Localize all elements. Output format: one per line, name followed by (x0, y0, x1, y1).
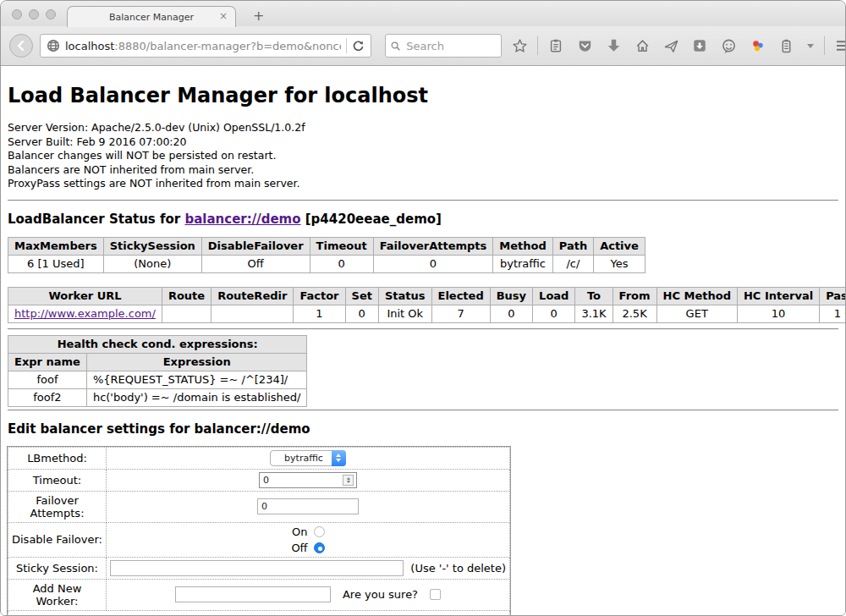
failover-attempts-input[interactable] (257, 498, 359, 514)
add-worker-input[interactable] (175, 586, 331, 602)
cell-busy: 0 (490, 305, 532, 322)
video-download-button[interactable] (689, 35, 711, 57)
minimize-window-button[interactable] (29, 9, 39, 19)
tab-balancer-manager[interactable]: Balancer Manager × (67, 6, 236, 27)
sticky-session-note: (Use '-' to delete) (410, 562, 506, 575)
select-stepper-icon (332, 450, 346, 466)
zoom-window-button[interactable] (46, 9, 56, 19)
cell-to: 3.1K (575, 305, 613, 322)
new-tab-button[interactable]: + (246, 6, 271, 25)
url-text: localhost:8880/balancer-manager?b=demo&n… (65, 40, 341, 52)
failover-attempts-label: Failover Attempts: (8, 491, 107, 522)
search-bar[interactable] (385, 34, 502, 58)
home-button[interactable] (631, 35, 653, 57)
server-info: Server Version: Apache/2.5.0-dev (Unix) … (8, 121, 838, 191)
browser-window: Balancer Manager × + localhost:8880/bala… (0, 0, 846, 616)
radio-off-label: Off (291, 542, 307, 554)
sticky-session-input[interactable] (110, 560, 404, 576)
star-icon (512, 38, 528, 54)
url-bar[interactable]: localhost:8880/balancer-manager?b=demo&n… (40, 34, 371, 58)
col-to: To (575, 287, 613, 305)
form-row-add-worker: Add New Worker: Are you sure? (8, 579, 510, 610)
cell-expr-name: foof (8, 371, 87, 388)
reading-list-button[interactable] (545, 35, 567, 57)
back-icon (15, 40, 27, 52)
radio-on-label: On (292, 525, 307, 538)
number-spinner-icon[interactable] (343, 475, 354, 486)
pocket-button[interactable] (574, 35, 596, 57)
send-button[interactable] (660, 35, 682, 57)
bookmark-star-button[interactable] (508, 35, 530, 57)
balancer-demo-link[interactable]: balancer://demo (184, 212, 300, 227)
col-timeout: Timeout (310, 237, 373, 255)
col-active: Active (594, 237, 645, 255)
divider-3 (8, 410, 838, 411)
cell-set: 0 (345, 305, 378, 322)
chat-button[interactable] (717, 35, 739, 57)
health-check-table: Health check cond. expressions: Expr nam… (8, 335, 307, 407)
page-title: Load Balancer Manager for localhost (8, 84, 838, 107)
form-row-submit: Submit (8, 610, 510, 616)
col-expr-name: Expr name (8, 353, 87, 371)
worker-row: http://www.example.com/ 1 0 Init Ok 7 0 … (8, 305, 846, 322)
caret-down-icon (807, 44, 814, 48)
tab-close-icon[interactable]: × (219, 10, 228, 22)
reload-icon[interactable] (352, 40, 365, 52)
col-method: Method (493, 237, 552, 255)
balancer-status-heading: LoadBalancer Status for balancer://demo … (8, 212, 838, 227)
form-row-timeout: Timeout: (8, 469, 510, 491)
lbmethod-select[interactable]: bytraffic (270, 450, 346, 466)
back-button[interactable] (9, 34, 33, 58)
add-worker-label: Add New Worker: (8, 579, 107, 610)
cell-timeout: 0 (310, 255, 373, 272)
cell-status: Init Ok (378, 305, 431, 322)
page-content: Load Balancer Manager for localhost Serv… (1, 66, 845, 616)
cell-expression: hc('body') =~ /domain is established/ (86, 388, 307, 406)
health-table-title: Health check cond. expressions: (8, 335, 307, 353)
url-path: :8880/balancer-manager?b=demo&nonce=decc… (114, 40, 341, 52)
search-input[interactable] (404, 39, 496, 53)
disable-failover-off-radio[interactable] (314, 542, 325, 553)
worker-table: Worker URL Route RouteRedir Factor Set S… (8, 287, 845, 323)
col-path: Path (552, 237, 593, 255)
menu-button[interactable] (832, 35, 846, 57)
col-stickysession: StickySession (103, 237, 201, 255)
lbmethod-selected-value: bytraffic (271, 453, 332, 464)
col-set: Set (345, 287, 378, 305)
confirm-checkbox[interactable] (430, 589, 441, 600)
health-row: foof2 hc('body') =~ /domain is establish… (8, 388, 307, 406)
extension-dots-button[interactable] (746, 35, 768, 57)
battery-icon (780, 38, 793, 54)
col-maxmembers: MaxMembers (8, 237, 104, 255)
health-row: foof %{REQUEST_STATUS} =~ /^[234]/ (8, 371, 307, 388)
cell-from: 2.5K (613, 305, 656, 322)
downloads-button[interactable] (602, 35, 624, 57)
window-controls (12, 9, 56, 19)
toolbar-divider (537, 36, 538, 55)
tab-title: Balancer Manager (109, 12, 194, 23)
url-host: localhost (65, 40, 114, 52)
edit-settings-heading: Edit balancer settings for balancer://de… (8, 421, 838, 437)
persist-warning-line: Balancer changes will NOT be persisted o… (8, 149, 838, 163)
balancer-status-table: MaxMembers StickySession DisableFailover… (8, 237, 645, 273)
smiley-icon (721, 38, 737, 54)
cell-hc-interval: 10 (737, 305, 819, 322)
col-busy: Busy (490, 287, 532, 305)
disable-failover-on-radio[interactable] (314, 526, 325, 537)
col-hc-interval: HC Interval (737, 287, 819, 305)
hamburger-icon (835, 40, 846, 52)
download-arrow-icon (607, 38, 621, 53)
status-heading-suffix: [p4420eeae_demo] (301, 212, 442, 227)
close-window-button[interactable] (12, 9, 22, 19)
proxypass-warning-line: ProxyPass settings are NOT inherited fro… (8, 177, 838, 191)
col-hc-method: HC Method (656, 287, 737, 305)
cell-disablefailover: Off (201, 255, 310, 272)
cell-expr-name: foof2 (8, 388, 87, 406)
cell-maxmembers: 6 [1 Used] (8, 255, 104, 272)
battery-extension-button[interactable] (775, 35, 797, 57)
divider-1 (8, 200, 838, 201)
sticky-session-label: Sticky Session: (8, 557, 107, 579)
navigation-toolbar: localhost:8880/balancer-manager?b=demo&n… (1, 26, 845, 66)
overflow-caret-button[interactable] (804, 35, 817, 57)
worker-url-link[interactable]: http://www.example.com/ (14, 307, 156, 320)
